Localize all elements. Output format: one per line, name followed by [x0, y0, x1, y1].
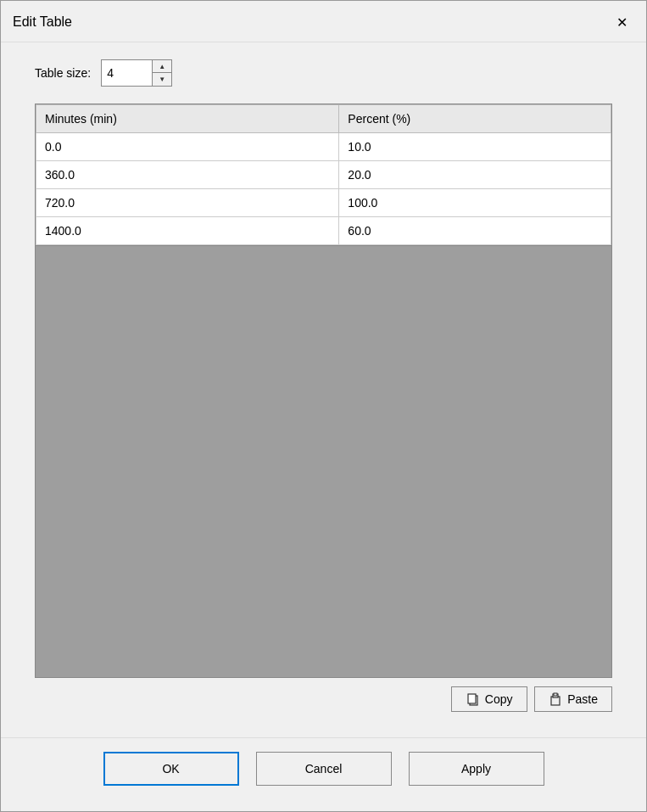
copy-button[interactable]: Copy: [451, 686, 527, 712]
cell-percent[interactable]: 60.0: [339, 217, 611, 245]
dialog-body: Table size: ▲ ▼ Minutes (min) Percent (%…: [1, 42, 646, 737]
table-row[interactable]: 720.0100.0: [36, 189, 611, 217]
apply-button[interactable]: Apply: [409, 752, 544, 786]
dialog-title: Edit Table: [13, 14, 72, 30]
svg-rect-4: [554, 693, 557, 696]
cell-percent[interactable]: 20.0: [339, 161, 611, 189]
col-header-minutes: Minutes (min): [36, 105, 339, 133]
close-button[interactable]: ✕: [609, 9, 634, 35]
table-row[interactable]: 1400.060.0: [36, 217, 611, 245]
table-header-row: Minutes (min) Percent (%): [36, 105, 611, 133]
table-size-spinner: ▲ ▼: [101, 59, 172, 87]
svg-rect-1: [468, 694, 476, 703]
edit-table-dialog: Edit Table ✕ Table size: ▲ ▼ Minutes (mi…: [0, 0, 647, 812]
spinner-down-button[interactable]: ▼: [153, 73, 171, 86]
data-table: Minutes (min) Percent (%) 0.010.0360.020…: [36, 104, 611, 245]
table-size-input[interactable]: [102, 60, 153, 86]
spinner-buttons: ▲ ▼: [153, 60, 171, 86]
copy-paste-row: Copy Paste: [35, 678, 612, 720]
cancel-button[interactable]: Cancel: [256, 752, 392, 786]
cell-percent[interactable]: 100.0: [339, 189, 611, 217]
col-header-percent: Percent (%): [339, 105, 611, 133]
paste-button[interactable]: Paste: [534, 686, 612, 712]
data-table-container: Minutes (min) Percent (%) 0.010.0360.020…: [35, 104, 612, 678]
ok-button[interactable]: OK: [103, 752, 239, 786]
table-size-row: Table size: ▲ ▼: [35, 59, 612, 87]
table-row[interactable]: 0.010.0: [36, 133, 611, 161]
table-size-label: Table size:: [35, 66, 91, 80]
dialog-footer: OK Cancel Apply: [1, 737, 646, 811]
paste-icon: [549, 692, 562, 706]
cell-minutes[interactable]: 360.0: [36, 161, 339, 189]
empty-table-area: [36, 245, 611, 677]
spinner-up-button[interactable]: ▲: [153, 60, 171, 73]
cell-minutes[interactable]: 0.0: [36, 133, 339, 161]
cell-minutes[interactable]: 720.0: [36, 189, 339, 217]
title-bar: Edit Table ✕: [1, 1, 646, 42]
copy-icon: [466, 692, 480, 706]
cell-minutes[interactable]: 1400.0: [36, 217, 339, 245]
cell-percent[interactable]: 10.0: [339, 133, 611, 161]
table-row[interactable]: 360.020.0: [36, 161, 611, 189]
